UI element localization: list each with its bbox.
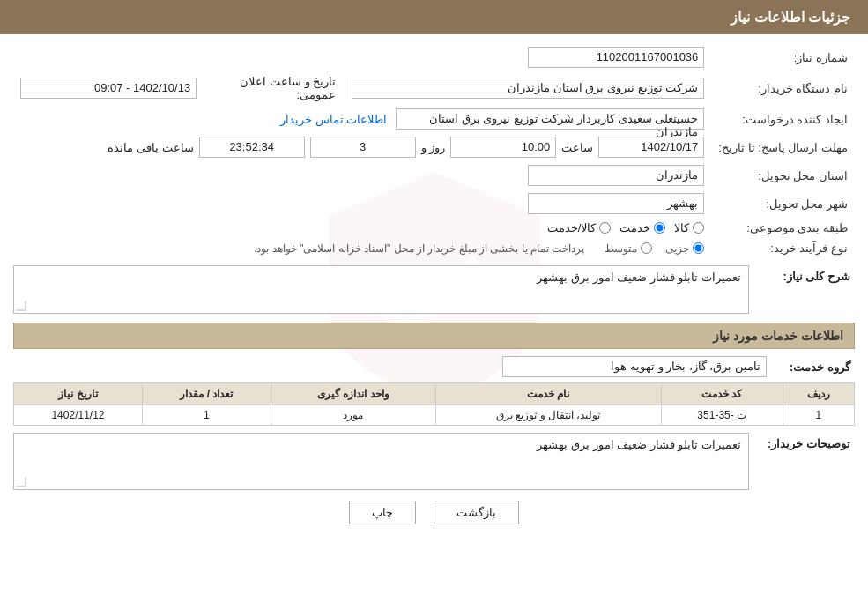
shahr-label: شهر محل تحویل: <box>711 189 855 218</box>
noee-farayand-label: نوع فرآیند خرید: <box>711 238 855 258</box>
mohlat-roz-label: روز و <box>421 141 446 154</box>
ostan-label: استان محل تحویل: <box>711 161 855 189</box>
tabaqeh-radio-kala-khedmat[interactable]: کالا/خدمت <box>547 221 612 234</box>
tabaqeh-radio-khedmat[interactable]: خدمت <box>619 221 665 234</box>
buyer-desc-label: توصیحات خریدار: <box>749 433 855 450</box>
ijad-label: ایجاد کننده درخواست: <box>711 105 855 133</box>
cell-kod: ت -35-351 <box>661 405 783 426</box>
mohlat-remaining: 23:52:34 <box>199 137 305 158</box>
back-button[interactable]: بازگشت <box>434 501 519 524</box>
services-section-title: اطلاعات خدمات مورد نیاز <box>13 323 855 349</box>
table-row: 1 ت -35-351 تولید، انتقال و توزیع برق مو… <box>14 405 855 426</box>
ostan-value: مازندران <box>528 165 704 186</box>
page-header: جزئیات اطلاعات نیاز <box>0 0 868 34</box>
col-unit: واحد اندازه گیری <box>271 383 435 405</box>
sharh-value: تعمیرات تابلو فشار ضعیف امور برق بهشهر <box>537 271 741 284</box>
mohlat-date: 1402/10/17 <box>598 137 704 158</box>
tabaqeh-radiogroup: کالا خدمت کالا/خدمت <box>20 221 704 234</box>
col-count: تعداد / مقدار <box>142 383 271 405</box>
services-table: ردیف کد خدمت نام خدمت واحد اندازه گیری ت… <box>13 382 855 426</box>
shomara-niyaz-value: 1102001167001036 <box>528 47 704 68</box>
col-date: تاریخ نیاز <box>14 383 143 405</box>
mohlat-label: مهلت ارسال پاسخ: تا تاریخ: <box>711 133 855 161</box>
cell-name: تولید، انتقال و توزیع برق <box>435 405 661 426</box>
page-title: جزئیات اطلاعات نیاز <box>731 10 850 25</box>
group-value: تامین برق، گاز، بخار و تهویه هوا <box>502 356 767 377</box>
ijad-value: حسینعلی سعیدی کاربردار شرکت توزیع نیروی … <box>396 108 704 130</box>
buttons-row: بازگشت چاپ <box>13 501 855 524</box>
mohlat-remaining-label: ساعت باقی مانده <box>108 141 193 154</box>
mohlat-time: 10:00 <box>450 137 556 158</box>
tabaqeh-label: طبقه بندی موضوعی: <box>711 218 855 238</box>
tarikh-label: تاریخ و ساعت اعلان عمومی: <box>204 71 345 105</box>
tarikh-value: 1402/10/13 - 09:07 <box>20 78 197 99</box>
mohlat-saat-label: ساعت <box>561 141 593 154</box>
group-label: گروه خدمت: <box>767 360 855 374</box>
nam-destgah-label: نام دستگاه خریدار: <box>711 71 855 105</box>
cell-count: 1 <box>142 405 271 426</box>
buyer-desc-value: تعمیرات تابلو فشار ضعیف امور برق بهشهر <box>537 438 741 451</box>
shahr-value: بهشهر <box>528 193 704 214</box>
col-name: نام خدمت <box>435 383 661 405</box>
nam-destgah-value: شرکت توزیع نیروی برق استان مازندران <box>352 78 704 99</box>
sharh-label: شرح کلی نیاز: <box>749 265 855 283</box>
tabaqeh-radio-kala[interactable]: کالا <box>674 221 704 234</box>
col-radif: ردیف <box>783 383 854 405</box>
farayand-radio-motavaset[interactable]: متوسط <box>605 242 652 255</box>
ettelaat-link[interactable]: اطلاعات تماس خریدار <box>280 113 387 126</box>
cell-radif: 1 <box>783 405 854 426</box>
cell-unit: مورد <box>271 405 435 426</box>
col-kod: کد خدمت <box>661 383 783 405</box>
farayand-radio-jozi[interactable]: جزیی <box>665 242 704 255</box>
shomara-niyaz-label: شماره نیاز: <box>711 43 855 71</box>
cell-date: 1402/11/12 <box>14 405 143 426</box>
print-button[interactable]: چاپ <box>349 501 416 524</box>
mohlat-days: 3 <box>310 137 416 158</box>
farayand-desc: پرداخت تمام یا بخشی از مبلغ خریدار از مح… <box>254 242 584 255</box>
